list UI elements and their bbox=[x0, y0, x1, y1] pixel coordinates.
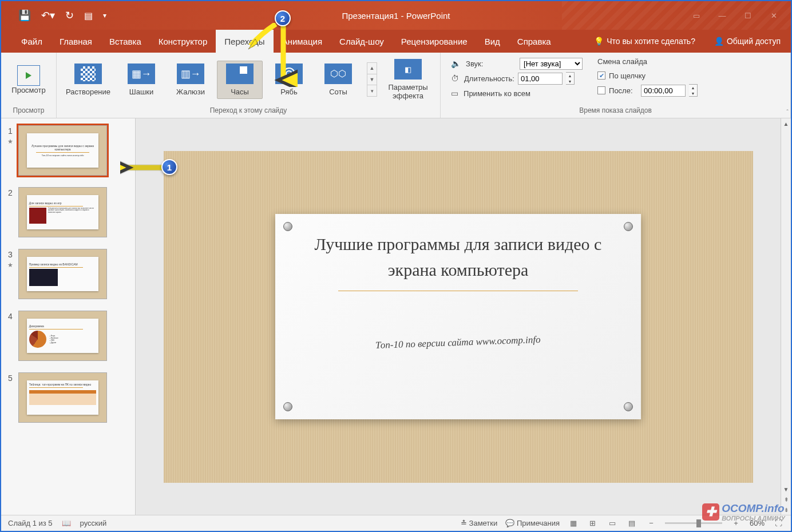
transition-star-icon: ★ bbox=[7, 138, 13, 145]
slideshow-view-icon[interactable]: ▤ bbox=[626, 518, 637, 529]
transition-honeycomb[interactable]: ⬡⬡ Соты bbox=[315, 61, 361, 98]
after-input[interactable] bbox=[641, 85, 686, 97]
vertical-scrollbar[interactable]: ▲ ▼ ⇞ ⇟ bbox=[781, 118, 791, 515]
checker-label: Шашки bbox=[129, 88, 154, 96]
lightbulb-icon: 💡 bbox=[594, 37, 604, 46]
gallery-up-icon[interactable]: ▲ bbox=[367, 63, 377, 74]
after-label: После: bbox=[609, 86, 637, 95]
slide-divider bbox=[338, 291, 578, 291]
normal-view-icon[interactable]: ▦ bbox=[568, 518, 579, 529]
tab-home[interactable]: Главная bbox=[51, 30, 101, 53]
scroll-down-icon[interactable]: ▼ bbox=[781, 484, 791, 494]
slide-counter[interactable]: Слайд 1 из 5 bbox=[8, 519, 53, 527]
ribbon: Просмотр Просмотр Растворение ▦→ Шашки ▥… bbox=[1, 53, 791, 118]
on-click-label: По щелчку bbox=[609, 72, 646, 80]
decorative-screw bbox=[283, 222, 292, 231]
thumb-4-title: Диаграмма bbox=[29, 324, 44, 328]
tab-insert[interactable]: Вставка bbox=[101, 30, 150, 53]
slide-title-text[interactable]: Лучшие программы для записи видео с экра… bbox=[298, 231, 618, 283]
transition-blinds[interactable]: ▥→ Жалюзи bbox=[168, 61, 213, 98]
slide-thumbnails-panel: 1★ Лучшие программы для записи видео с э… bbox=[1, 118, 136, 515]
thumb-2-title: Для записи видео из игр bbox=[29, 201, 62, 205]
effect-options-icon: ◧ bbox=[394, 59, 422, 80]
thumb-number: 2 bbox=[8, 188, 13, 197]
transition-checker[interactable]: ▦→ Шашки bbox=[118, 61, 164, 98]
watermark: ✚ OCOMP.info ВОПРОСЫ АДМИНУ bbox=[702, 502, 785, 522]
status-bar: Слайд 1 из 5 📖 русский ≛ Заметки 💬 Приме… bbox=[1, 515, 791, 531]
slide-thumb-4[interactable]: Диаграмма▪ Fraps▪ Bandicam▪ OBS▪ Другие bbox=[18, 311, 107, 361]
thumb-number: 1 bbox=[8, 126, 13, 136]
gallery-down-icon[interactable]: ▼ bbox=[367, 74, 377, 86]
effect-options-label: Параметры эффекта bbox=[388, 83, 427, 100]
tab-view[interactable]: Вид bbox=[476, 30, 509, 53]
thumb-number: 4 bbox=[8, 312, 13, 321]
apply-all-icon: ▭ bbox=[451, 89, 458, 98]
slide-thumb-1[interactable]: Лучшие программы для записи видео с экра… bbox=[18, 125, 107, 176]
preview-label: Просмотр bbox=[11, 86, 45, 94]
tab-help[interactable]: Справка bbox=[509, 30, 560, 53]
decorative-screw bbox=[283, 402, 292, 411]
qat-customize-icon[interactable]: ▾ bbox=[103, 11, 106, 19]
maximize-icon[interactable]: ☐ bbox=[742, 10, 754, 21]
on-click-checkbox[interactable]: ✔ bbox=[597, 72, 605, 80]
sound-icon: 🔈 bbox=[451, 59, 461, 68]
preview-button[interactable]: Просмотр bbox=[6, 63, 52, 97]
spellcheck-icon[interactable]: 📖 bbox=[62, 519, 71, 527]
content-area: 1★ Лучшие программы для записи видео с э… bbox=[1, 118, 791, 515]
apply-all-label: Применить ко всем bbox=[464, 89, 530, 98]
redo-icon[interactable]: ↻ bbox=[65, 9, 74, 22]
ribbon-options-icon[interactable]: ▭ bbox=[691, 10, 702, 21]
slide-canvas-area[interactable]: Лучшие программы для записи видео с экра… bbox=[164, 151, 753, 483]
zoom-slider[interactable] bbox=[665, 522, 722, 524]
zoom-out-icon[interactable]: − bbox=[646, 518, 657, 529]
callout-arrow-2b bbox=[247, 23, 287, 51]
sorter-view-icon[interactable]: ⊞ bbox=[587, 518, 599, 529]
group-preview-label: Просмотр bbox=[6, 104, 52, 118]
share-button[interactable]: 👤 Общий доступ bbox=[704, 37, 791, 46]
transition-dissolve[interactable]: Растворение bbox=[61, 61, 115, 98]
group-timing-label: Время показа слайдов bbox=[445, 104, 786, 118]
tab-review[interactable]: Рецензирование bbox=[393, 30, 476, 53]
quick-access-toolbar: 💾 ↶▾ ↻ ▤ ▾ bbox=[1, 9, 106, 22]
tab-file[interactable]: Файл bbox=[13, 30, 51, 53]
after-checkbox[interactable] bbox=[597, 86, 605, 94]
slide-thumb-3[interactable]: Пример записи видео из BANDICAM bbox=[18, 249, 107, 299]
ribbon-tabs: Файл Главная Вставка Конструктор Переход… bbox=[1, 30, 791, 53]
after-down[interactable]: ▼ bbox=[689, 90, 697, 96]
collapse-ribbon-icon[interactable]: ˆ bbox=[786, 109, 789, 116]
watermark-line1: OCOMP.info bbox=[722, 502, 785, 515]
duration-down[interactable]: ▼ bbox=[566, 78, 574, 84]
undo-icon[interactable]: ↶▾ bbox=[41, 9, 55, 22]
save-icon[interactable]: 💾 bbox=[18, 9, 31, 22]
comments-button[interactable]: 💬 Примечания bbox=[505, 519, 560, 527]
notes-button[interactable]: ≛ Заметки bbox=[461, 519, 497, 527]
dissolve-label: Растворение bbox=[66, 88, 110, 96]
effect-options-button[interactable]: ◧ Параметры эффекта bbox=[381, 57, 435, 102]
minimize-icon[interactable]: — bbox=[716, 10, 728, 21]
apply-to-all-button[interactable]: ▭ Применить ко всем bbox=[451, 87, 583, 100]
start-from-beginning-icon[interactable]: ▤ bbox=[84, 10, 93, 21]
clock-label: Часы bbox=[231, 88, 249, 96]
slide-thumb-2[interactable]: Для записи видео из игрСпециальная прогр… bbox=[18, 187, 107, 237]
tell-me-search[interactable]: 💡 Что вы хотите сделать? bbox=[585, 37, 704, 46]
tell-me-label: Что вы хотите сделать? bbox=[607, 37, 695, 46]
slide-subtitle-text[interactable]: Топ-10 по версии сайта www.ocomp.info bbox=[375, 334, 541, 351]
thumb-number: 5 bbox=[8, 374, 13, 383]
slide-thumb-5[interactable]: Таблица: топ-программ на ПК по записи ви… bbox=[18, 372, 107, 423]
scroll-up-icon[interactable]: ▲ bbox=[781, 118, 791, 129]
duration-input[interactable] bbox=[518, 73, 563, 85]
language-indicator[interactable]: русский bbox=[80, 519, 107, 527]
duration-label: Длительность: bbox=[464, 74, 514, 83]
close-icon[interactable]: ✕ bbox=[768, 10, 779, 21]
tab-slideshow[interactable]: Слайд-шоу bbox=[331, 30, 393, 53]
gallery-more-icon[interactable]: ▾ bbox=[367, 85, 377, 96]
callout-badge-1: 1 bbox=[161, 159, 177, 175]
slide-editor: Лучшие программы для записи видео с экра… bbox=[136, 118, 791, 515]
tab-design[interactable]: Конструктор bbox=[150, 30, 216, 53]
group-transition-label: Переход к этому слайду bbox=[61, 104, 435, 118]
reading-view-icon[interactable]: ▭ bbox=[607, 518, 618, 529]
sound-dropdown[interactable]: [Нет звука] bbox=[520, 58, 583, 70]
after-up[interactable]: ▲ bbox=[689, 85, 697, 90]
duration-up[interactable]: ▲ bbox=[566, 73, 574, 78]
blinds-icon: ▥→ bbox=[177, 63, 204, 84]
